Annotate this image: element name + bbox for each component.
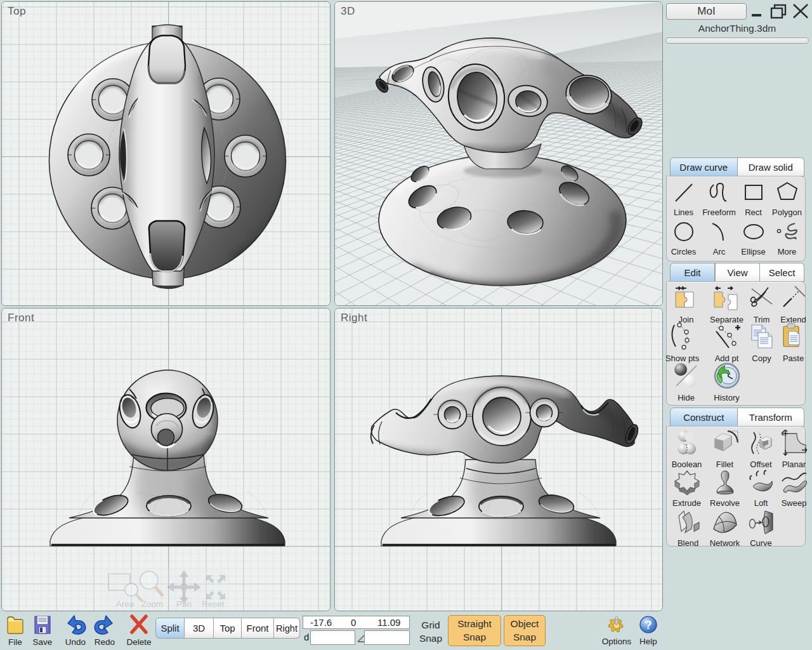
svg-text:Zoom: Zoom	[141, 599, 164, 609]
svg-text:Area: Area	[116, 599, 134, 609]
svg-text:Pan: Pan	[176, 599, 192, 609]
svg-text:Reset: Reset	[202, 599, 225, 609]
svg-text:?: ?	[645, 619, 652, 632]
